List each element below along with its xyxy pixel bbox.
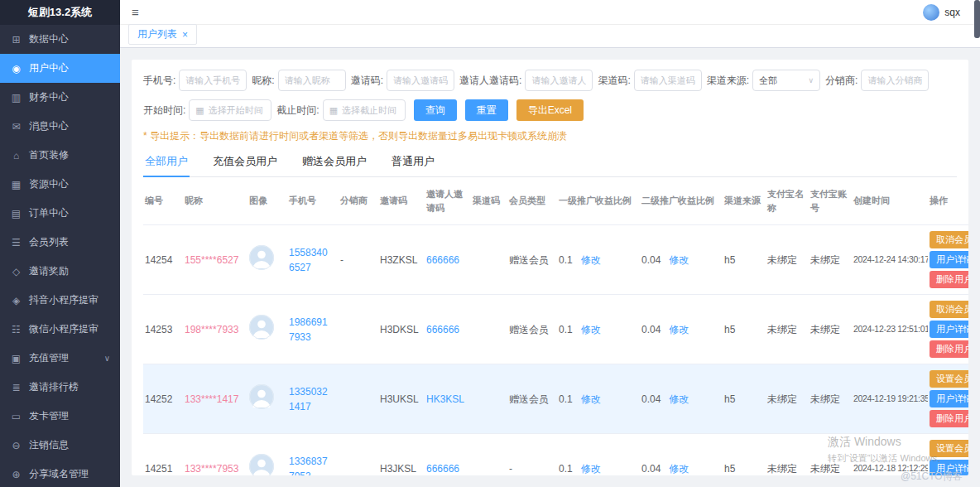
sidebar-item-user-center[interactable]: ◉用户中心 (0, 54, 120, 83)
app-root: 短剧13.2系统 ⊞数据中心◉用户中心▥财务中心✉消息中心⌂首页装修▦资源中心▤… (0, 0, 980, 487)
chevron-down-icon: ∨ (104, 354, 110, 363)
cell-level1-ratio: 0.1修改 (557, 295, 640, 364)
sidebar-item-wechat-review[interactable]: ☷微信小程序提审 (0, 315, 120, 344)
phone-link[interactable]: 13350321417 (289, 384, 330, 414)
channel-source-select-label: 渠道来源: (707, 74, 749, 88)
end-time-picker-label: 截止时间: (276, 104, 319, 118)
cell-distributor (339, 434, 378, 476)
inviter-code-link[interactable]: 666666 (426, 463, 459, 475)
phone-link[interactable]: 13368377953 (289, 454, 330, 476)
user-avatar (249, 245, 274, 270)
nickname-input[interactable] (278, 70, 346, 91)
topbar: ≡ sqx (120, 0, 980, 25)
sidebar-item-finance-center[interactable]: ▥财务中心 (0, 83, 120, 112)
cell-member-type: 赠送会员 (507, 225, 557, 295)
cell-level1-ratio: 0.1修改 (557, 225, 640, 295)
sidebar-item-recharge-manage[interactable]: ▣充值管理∨ (0, 344, 120, 373)
phone-input[interactable] (179, 70, 247, 91)
invite-code-input[interactable] (387, 70, 454, 91)
cell-channel-source: h5 (723, 434, 766, 476)
edit-level1-ratio-link[interactable]: 修改 (581, 463, 601, 475)
reset-button[interactable]: 重置 (465, 99, 508, 121)
cell-channel-source: h5 (723, 364, 766, 434)
cell-channel-code (471, 434, 507, 476)
sidebar-item-order-center[interactable]: ▤订单中心 (0, 199, 120, 228)
cell-level1-ratio: 0.1修改 (557, 364, 640, 434)
sidebar-item-data-center[interactable]: ⊞数据中心 (0, 25, 120, 54)
user-tab-gift-member[interactable]: 赠送会员用户 (300, 150, 368, 176)
edit-level2-ratio-link[interactable]: 修改 (669, 393, 689, 405)
sidebar-item-label: 首页装修 (29, 148, 69, 162)
avatar (923, 4, 939, 21)
edit-level2-ratio-link[interactable]: 修改 (669, 254, 689, 266)
edit-level2-ratio-link[interactable]: 修改 (669, 463, 689, 475)
cancel-member-button[interactable]: 取消会员 (930, 301, 968, 318)
search-button[interactable]: 查询 (414, 99, 457, 121)
nickname-input-label: 昵称: (252, 74, 274, 88)
table-header-row: 编号昵称图像手机号分销商邀请码邀请人邀请码渠道码会员类型一级推广收益比例二级推广… (143, 177, 968, 225)
sidebar-item-resource-center[interactable]: ▦资源中心 (0, 170, 120, 199)
sidebar-item-share-domain[interactable]: ⊕分享域名管理 (0, 460, 120, 487)
cancel-member-button[interactable]: 取消会员 (930, 231, 968, 248)
channel-code-input-group: 渠道码: (598, 70, 701, 91)
cell-id: 14251 (143, 434, 183, 476)
user-table: 编号昵称图像手机号分销商邀请码邀请人邀请码渠道码会员类型一级推广收益比例二级推广… (143, 177, 968, 475)
user-detail-button[interactable]: 用户详情 (930, 321, 968, 338)
share-domain-icon: ⊕ (10, 469, 22, 480)
set-member-button[interactable]: 设置会员 (930, 370, 968, 388)
sidebar-item-card-manage[interactable]: ▭发卡管理 (0, 402, 120, 431)
scrollbar[interactable] (974, 0, 980, 38)
member-list-icon: ☰ (10, 237, 22, 248)
level2-ratio-value: 0.04 (641, 254, 661, 266)
invite-rank-icon: ≣ (10, 382, 22, 393)
set-member-button[interactable]: 设置会员 (930, 440, 968, 457)
start-time-picker[interactable]: ▦选择开始时间 (189, 99, 271, 121)
inviter-code-link[interactable]: 666666 (426, 324, 459, 335)
distributor-input[interactable] (861, 70, 929, 91)
channel-code-input[interactable] (634, 70, 702, 91)
user-tab-recharge-member[interactable]: 充值会员用户 (211, 150, 279, 176)
sidebar-item-invite-rank[interactable]: ≣邀请排行榜 (0, 373, 120, 402)
cell-created-at: 2024-12-23 12:51:01 (852, 295, 928, 364)
edit-level1-ratio-link[interactable]: 修改 (581, 254, 601, 266)
sidebar-item-invite-reward[interactable]: ◇邀请奖励 (0, 257, 120, 286)
user-tab-normal[interactable]: 普通用户 (390, 150, 436, 176)
user-menu[interactable]: sqx (923, 4, 960, 21)
channel-source-select[interactable]: 全部∨ (752, 70, 820, 91)
cell-level2-ratio: 0.04修改 (640, 225, 723, 295)
end-time-picker-group: 截止时间:▦选择截止时间 (276, 99, 405, 121)
end-time-picker[interactable]: ▦选择截止时间 (323, 99, 406, 121)
resource-center-icon: ▦ (10, 179, 22, 190)
sidebar-item-label: 财务中心 (29, 90, 69, 104)
sidebar-item-douyin-review[interactable]: ◈抖音小程序提审 (0, 286, 120, 315)
sidebar-item-logout-info[interactable]: ⊖注销信息 (0, 431, 120, 460)
user-detail-button[interactable]: 用户详情 (930, 460, 968, 475)
user-tab-all[interactable]: 全部用户 (143, 150, 190, 177)
inviter-code-link[interactable]: 666666 (426, 254, 459, 266)
delete-user-button[interactable]: 删除用户 (930, 340, 968, 358)
edit-level2-ratio-link[interactable]: 修改 (669, 324, 689, 335)
export-excel-button[interactable]: 导出Excel (516, 99, 584, 121)
edit-level1-ratio-link[interactable]: 修改 (581, 324, 601, 335)
user-detail-button[interactable]: 用户详情 (930, 390, 968, 407)
inviter-code-input[interactable] (525, 70, 593, 91)
tab-user-list[interactable]: 用户列表 × (128, 24, 197, 45)
sidebar-item-member-list[interactable]: ☰会员列表 (0, 228, 120, 257)
sidebar-item-label: 会员列表 (29, 235, 69, 249)
edit-level1-ratio-link[interactable]: 修改 (581, 393, 601, 405)
recharge-manage-icon: ▣ (10, 353, 22, 364)
column-header: 渠道码 (471, 177, 507, 225)
close-icon[interactable]: × (182, 29, 188, 41)
inviter-code-link[interactable]: HK3KSL (426, 393, 464, 405)
hamburger-menu-icon[interactable]: ≡ (132, 5, 139, 19)
cell-alipay-name: 未绑定 (766, 434, 809, 476)
delete-user-button[interactable]: 删除用户 (930, 410, 968, 427)
delete-user-button[interactable]: 删除用户 (930, 271, 968, 288)
nickname-input-group: 昵称: (252, 70, 345, 91)
phone-link[interactable]: 19866917933 (289, 315, 330, 345)
wechat-review-icon: ☷ (10, 324, 22, 335)
sidebar-item-home-decorate[interactable]: ⌂首页装修 (0, 141, 120, 170)
phone-link[interactable]: 15583406527 (289, 245, 330, 275)
sidebar-item-message-center[interactable]: ✉消息中心 (0, 112, 120, 141)
user-detail-button[interactable]: 用户详情 (930, 251, 968, 268)
